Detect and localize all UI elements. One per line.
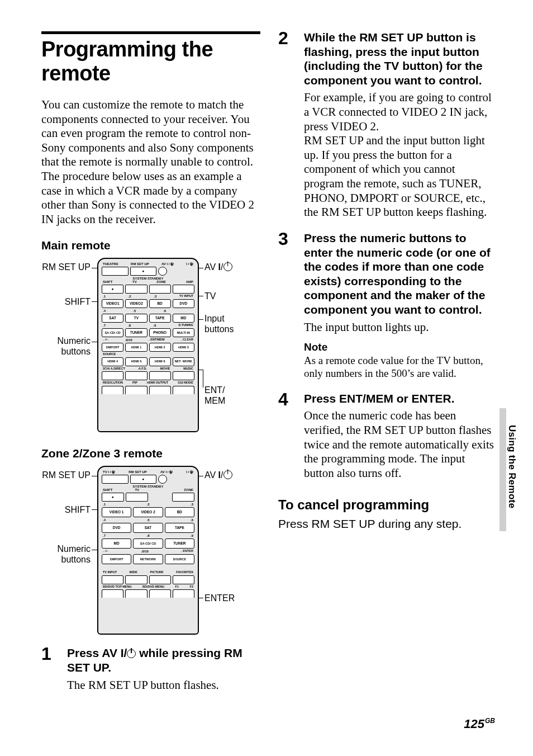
remote-num: .1: [103, 295, 106, 298]
remote-button: MD: [102, 538, 131, 549]
right-column: 2 While the RM SET UP button is flashing…: [278, 26, 497, 702]
step-1-pre: Press AV: [67, 646, 121, 659]
av-text: AV: [204, 470, 218, 480]
remote-button: [102, 475, 129, 484]
remote-button: [125, 386, 147, 394]
remote-num: .5: [133, 309, 136, 313]
remote-num: .4: [103, 518, 106, 522]
remote-lbl: ZONE: [184, 488, 193, 492]
av-text: AV: [204, 262, 218, 272]
step-1-text: The RM SET UP button flashes.: [67, 678, 260, 693]
remote-lbl: FAVORITES: [176, 571, 193, 574]
remote-button: [102, 575, 123, 584]
step-number: 3: [278, 230, 304, 248]
remote-button: [149, 285, 171, 294]
remote-button: MD: [173, 314, 194, 323]
remote-button: TAPE: [149, 314, 171, 323]
side-tab: [499, 408, 506, 531]
remote-num: .2: [146, 503, 149, 506]
remote-lbl: A.F.D.: [139, 367, 147, 371]
power-icon: [223, 262, 232, 271]
main-remote-diagram: RM SET UP SHIFT Numeric buttons AV I/ TV…: [41, 258, 260, 437]
remote-lbl: TV I /: [103, 470, 111, 474]
label-numeric-buttons: Numeric buttons: [41, 336, 91, 357]
remote-lbl: MOVIE: [160, 367, 170, 371]
label-rm-set-up-2: RM SET UP: [41, 470, 91, 480]
remote-lbl: /: [168, 470, 169, 474]
remote-button: [158, 475, 167, 484]
remote-button: TAPE: [165, 523, 194, 533]
remote-button: DMPORT: [102, 343, 123, 352]
label-input-buttons: Input buttons: [204, 314, 244, 334]
step-2: 2 While the RM SET UP button is flashing…: [278, 29, 497, 225]
remote-button: [173, 575, 194, 584]
remote-button: SA-CD/ CD: [133, 538, 163, 549]
remote-num: .6: [191, 518, 193, 522]
step-3-text: The input button lights up.: [304, 320, 497, 335]
label-shift-2: SHIFT: [41, 505, 91, 515]
remote-lbl: PICTURE: [150, 571, 164, 574]
remote-num: .7: [103, 324, 106, 327]
remote-lbl: SHIFT: [103, 280, 112, 284]
remote-button: TUNER: [165, 538, 194, 549]
remote-lbl: 2CH/ A.DIRECT: [103, 367, 125, 371]
step-2-text: For example, if you are going to control…: [304, 91, 497, 219]
power-icon: [223, 470, 232, 479]
zone-remote-diagram: RM SET UP SHIFT Numeric buttons AV I/ EN…: [41, 466, 260, 639]
remote-button: VIDEO1: [102, 299, 123, 308]
remote-lbl: TV: [132, 280, 137, 284]
remote-button: [125, 575, 147, 584]
remote-button: HDMI 3: [173, 343, 194, 352]
remote-button: [149, 386, 171, 394]
remote-lbl: F2: [190, 585, 193, 589]
remote-num: .0/10: [141, 550, 149, 553]
remote-lbl: THEATRE: [103, 262, 118, 266]
remote-button: DVD: [173, 299, 194, 308]
remote-lbl: SHIFT: [103, 488, 112, 492]
step-4: 4 Press ENT/MEM or ENTER. Once the numer…: [278, 390, 497, 486]
remote-button: [173, 386, 194, 394]
remote-button: TUNER: [125, 328, 147, 337]
remote-lbl: HDMI OUTPUT: [147, 381, 168, 385]
step-3-heading: Press the numeric buttons to enter the n…: [304, 231, 497, 317]
remote-lbl: /: [169, 262, 170, 266]
remote-lbl: PIP: [132, 381, 137, 385]
remote-lbl: F1: [175, 585, 179, 589]
av-slash: /: [221, 470, 223, 480]
remote-num: . CLEAR: [181, 338, 193, 342]
label-av-power-2: AV I/: [204, 470, 232, 480]
remote-button: [158, 267, 167, 276]
page-number: 125GB: [464, 717, 495, 731]
remote-button: BD: [149, 299, 171, 308]
step-4-heading: Press ENT/MEM or ENTER.: [304, 391, 497, 406]
side-tab-label: Using the Remote: [506, 425, 517, 508]
remote-button: [102, 589, 123, 598]
cancel-heading: To cancel programming: [278, 497, 497, 513]
remote-button: VIDEO 2: [133, 507, 163, 517]
label-numeric-buttons-2: Numeric buttons: [41, 544, 91, 565]
remote-num: .5: [146, 518, 149, 522]
remote-lbl: BD/DVD TOP MENU: [103, 585, 131, 589]
remote-button: [173, 589, 194, 598]
remote-lbl: ZONE: [156, 280, 166, 284]
remote-num: .8: [146, 534, 149, 537]
step-3-note-heading: Note: [304, 341, 497, 353]
remote-lbl: TV INPUT: [103, 571, 117, 574]
label-tv: TV: [204, 291, 216, 301]
remote-button: ●: [130, 267, 157, 276]
remote-lbl: AV: [161, 262, 166, 266]
remote-button: [126, 493, 148, 502]
remote-num: TV INPUT: [179, 295, 193, 298]
label-enter: ENTER: [204, 593, 235, 603]
remote-button: VIDEO 1: [102, 507, 131, 517]
remote-num: . -/--: [103, 338, 108, 342]
remote-num: .0/10: [125, 338, 132, 342]
remote-num: D.TUNING: [178, 324, 193, 327]
remote-button: HDMI 2: [149, 343, 171, 352]
remote-button: PHONO: [149, 328, 171, 337]
remote-num: .3: [191, 503, 193, 506]
remote-button: [125, 371, 147, 380]
remote-button: SAT: [102, 314, 123, 323]
remote-num: . -/--: [103, 550, 108, 553]
remote-lbl: GUI MODE: [178, 381, 193, 385]
